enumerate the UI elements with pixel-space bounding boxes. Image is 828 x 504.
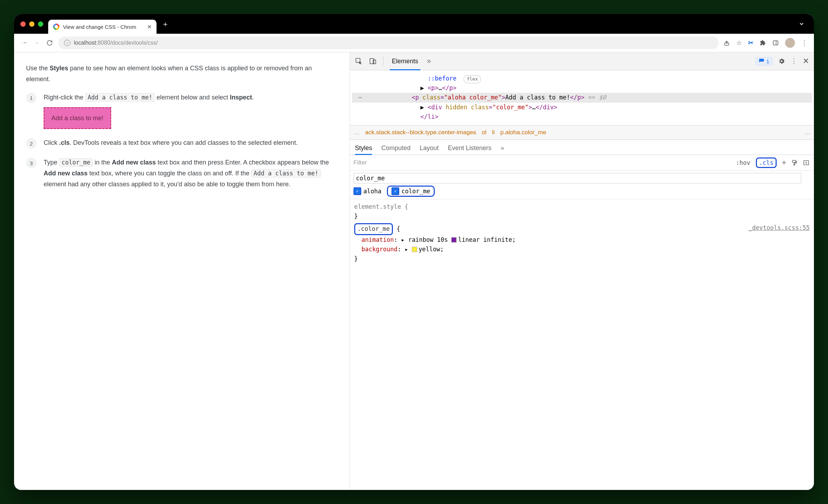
browser-tab[interactable]: View and change CSS - Chrom ✕ bbox=[48, 20, 157, 34]
svg-rect-9 bbox=[804, 161, 809, 165]
address-bar[interactable]: i localhost:8080/docs/devtools/css/ bbox=[58, 37, 719, 49]
devtools-header: Elements » 1 ⋮ ✕ bbox=[350, 52, 814, 70]
computed-panel-icon[interactable] bbox=[803, 160, 810, 166]
scissors-icon[interactable]: ✂ bbox=[748, 39, 753, 47]
window-controls bbox=[20, 21, 43, 27]
svg-rect-7 bbox=[792, 160, 796, 162]
css-rules[interactable]: element.style { } _devtools.scss:55.colo… bbox=[350, 199, 814, 266]
forward-button[interactable]: → bbox=[33, 40, 41, 46]
close-devtools-icon[interactable]: ✕ bbox=[803, 57, 809, 66]
rule-source-link[interactable]: _devtools.scss:55 bbox=[749, 223, 810, 233]
tab-title: View and change CSS - Chrom bbox=[63, 24, 136, 30]
chevron-down-icon[interactable] bbox=[794, 21, 809, 27]
cls-toggle[interactable]: .cls bbox=[756, 157, 777, 168]
filter-input[interactable]: Filter bbox=[354, 159, 730, 166]
back-button[interactable]: ← bbox=[20, 39, 28, 46]
class-panel: aloha color_me bbox=[350, 171, 814, 199]
reload-button[interactable] bbox=[46, 40, 53, 46]
demo-element[interactable]: Add a class to me! bbox=[44, 107, 111, 129]
color-swatch-icon[interactable] bbox=[412, 247, 417, 252]
inspect-element-icon[interactable] bbox=[355, 57, 363, 65]
checkbox-icon[interactable] bbox=[354, 187, 361, 195]
checkbox-icon[interactable] bbox=[391, 187, 399, 195]
minimize-window-icon[interactable] bbox=[29, 21, 34, 27]
new-tab-button[interactable]: ＋ bbox=[159, 18, 171, 30]
computed-tab[interactable]: Computed bbox=[381, 144, 410, 155]
dom-tree[interactable]: ::before flex ▶ <p>…</p> ⋯ <p class="alo… bbox=[350, 70, 814, 125]
window-titlebar: View and change CSS - Chrom ✕ ＋ bbox=[14, 14, 814, 34]
step-2: 2 Click .cls. DevTools reveals a text bo… bbox=[26, 137, 338, 149]
inline-code: color_me bbox=[59, 158, 93, 167]
profile-avatar[interactable] bbox=[785, 38, 795, 48]
close-tab-icon[interactable]: ✕ bbox=[147, 24, 152, 30]
url-text: localhost:8080/docs/devtools/css/ bbox=[74, 40, 158, 46]
add-class-input[interactable] bbox=[354, 173, 801, 183]
bookmark-icon[interactable]: ☆ bbox=[736, 39, 742, 47]
extensions-icon[interactable] bbox=[760, 40, 766, 46]
share-icon[interactable] bbox=[724, 40, 730, 46]
devtools-panel: Elements » 1 ⋮ ✕ ::before flex bbox=[350, 52, 814, 490]
svg-rect-8 bbox=[794, 164, 795, 165]
easing-swatch-icon[interactable] bbox=[451, 237, 457, 243]
breadcrumb-item[interactable]: ack.stack.stack--block.type.center-image… bbox=[365, 129, 476, 136]
new-style-rule-icon[interactable]: + bbox=[780, 158, 788, 167]
step-1: 1 Right-click the Add a class to me! ele… bbox=[26, 92, 338, 129]
svg-rect-2 bbox=[773, 41, 778, 45]
flex-badge[interactable]: flex bbox=[464, 75, 481, 83]
step-number: 3 bbox=[26, 158, 37, 168]
dom-breadcrumb[interactable]: … ack.stack.stack--block.type.center-ima… bbox=[350, 125, 814, 140]
layout-tab[interactable]: Layout bbox=[420, 144, 439, 155]
styles-subtabs: Styles Computed Layout Event Listeners » bbox=[350, 140, 814, 155]
chrome-favicon-icon bbox=[53, 24, 59, 30]
site-info-icon[interactable]: i bbox=[64, 40, 70, 46]
panel-icon[interactable] bbox=[772, 40, 779, 46]
intro-paragraph: Use the Styles pane to see how an elemen… bbox=[26, 63, 338, 84]
rule-selector[interactable]: .color_me bbox=[354, 223, 393, 235]
class-checkbox-color-me[interactable]: color_me bbox=[387, 186, 435, 197]
breadcrumb-item[interactable]: p.aloha.color_me bbox=[500, 129, 546, 136]
device-toggle-icon[interactable] bbox=[369, 57, 377, 65]
page-content: Use the Styles pane to see how an elemen… bbox=[14, 52, 350, 490]
maximize-window-icon[interactable] bbox=[38, 21, 43, 27]
selected-dom-node[interactable]: ⋯ <p class="aloha color_me">Add a class … bbox=[352, 93, 812, 102]
close-window-icon[interactable] bbox=[20, 21, 26, 27]
event-listeners-tab[interactable]: Event Listeners bbox=[448, 144, 491, 155]
styles-tab[interactable]: Styles bbox=[355, 144, 372, 155]
step-number: 1 bbox=[26, 93, 37, 103]
breadcrumb-item[interactable]: li bbox=[492, 129, 495, 136]
elements-tab[interactable]: Elements bbox=[390, 52, 420, 70]
settings-icon[interactable] bbox=[778, 58, 785, 65]
paint-icon[interactable] bbox=[791, 160, 799, 166]
kebab-menu-icon[interactable]: ⋮ bbox=[791, 57, 797, 65]
breadcrumb-item[interactable]: ol bbox=[482, 129, 486, 136]
menu-icon[interactable]: ⋮ bbox=[801, 39, 808, 47]
styles-filter-row: Filter :hov .cls + bbox=[350, 155, 814, 171]
more-tabs-icon[interactable]: » bbox=[427, 57, 431, 66]
hov-toggle[interactable]: :hov bbox=[734, 159, 752, 167]
inline-code: Add a class to me! bbox=[85, 93, 155, 102]
issues-chip[interactable]: 1 bbox=[756, 57, 772, 65]
step-3: 3 Type color_me in the Add new class tex… bbox=[26, 157, 338, 189]
more-tabs-icon[interactable]: » bbox=[501, 144, 504, 155]
inline-code: Add a class to me! bbox=[251, 169, 321, 177]
browser-toolbar: ← → i localhost:8080/docs/devtools/css/ … bbox=[14, 34, 814, 52]
class-checkbox-aloha[interactable]: aloha bbox=[354, 187, 381, 195]
step-number: 2 bbox=[26, 138, 37, 149]
